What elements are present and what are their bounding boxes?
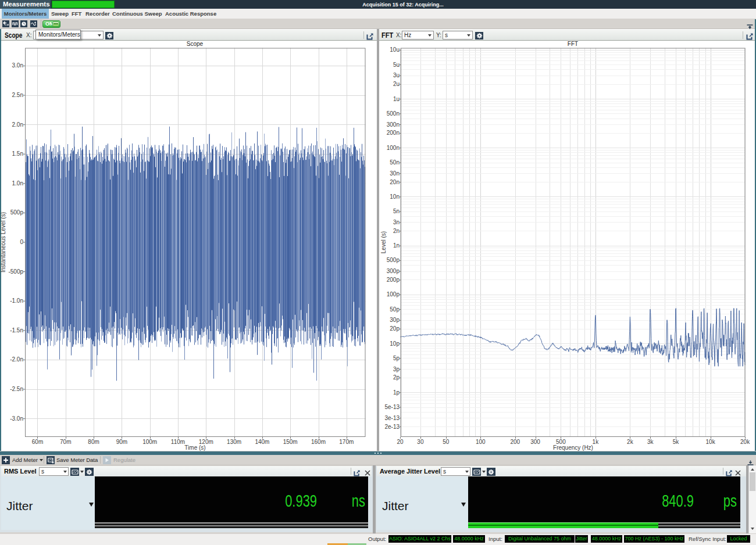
svg-text:FFT: FFT	[568, 41, 578, 47]
svg-text:3k: 3k	[647, 439, 654, 445]
svg-text:60m: 60m	[32, 439, 43, 445]
svg-text:20n: 20n	[390, 179, 400, 185]
svg-text:1u: 1u	[393, 96, 400, 102]
svg-text:2n: 2n	[393, 228, 400, 234]
svg-text:Time (s): Time (s)	[184, 444, 205, 451]
svg-text:10p: 10p	[390, 340, 400, 347]
svg-text:130m: 130m	[227, 439, 241, 445]
svg-text:20: 20	[397, 439, 404, 445]
svg-text:-2.0n: -2.0n	[10, 356, 23, 363]
svg-text:10n: 10n	[390, 193, 400, 200]
svg-text:300: 300	[530, 439, 540, 445]
svg-text:200: 200	[510, 439, 520, 445]
svg-text:5p: 5p	[393, 355, 400, 361]
svg-text:50: 50	[443, 439, 450, 445]
svg-text:30p: 30p	[390, 317, 400, 323]
svg-text:10u: 10u	[390, 46, 400, 53]
svg-text:-1.0n: -1.0n	[10, 297, 23, 304]
svg-text:300n: 300n	[387, 121, 400, 128]
svg-text:50n: 50n	[390, 159, 400, 166]
svg-text:30n: 30n	[390, 170, 400, 177]
svg-text:100n: 100n	[387, 145, 400, 151]
svg-text:Scope: Scope	[187, 41, 204, 47]
svg-text:70m: 70m	[60, 439, 71, 445]
svg-text:100: 100	[476, 439, 486, 445]
svg-text:5e-13: 5e-13	[384, 404, 400, 410]
svg-text:0: 0	[20, 239, 23, 245]
svg-text:170m: 170m	[339, 439, 354, 445]
svg-text:5u: 5u	[393, 62, 400, 68]
svg-text:50p: 50p	[390, 306, 400, 313]
svg-text:1n: 1n	[393, 242, 400, 249]
svg-text:5k: 5k	[673, 439, 680, 445]
svg-text:2e-13: 2e-13	[384, 424, 400, 430]
svg-text:500n: 500n	[387, 110, 400, 117]
svg-text:80m: 80m	[88, 439, 99, 445]
svg-text:-2.5n: -2.5n	[10, 386, 23, 392]
svg-text:20p: 20p	[390, 325, 400, 332]
svg-text:2p: 2p	[393, 374, 400, 381]
svg-text:20k: 20k	[740, 439, 750, 445]
svg-text:300p: 300p	[387, 268, 400, 274]
svg-text:5n: 5n	[393, 208, 400, 214]
svg-text:3e-13: 3e-13	[384, 415, 400, 421]
svg-text:500p: 500p	[387, 257, 400, 263]
svg-text:30: 30	[417, 439, 424, 445]
svg-text:3n: 3n	[393, 219, 400, 225]
svg-text:3p: 3p	[393, 366, 400, 372]
svg-text:1.0n: 1.0n	[12, 180, 23, 187]
svg-text:3.0n: 3.0n	[12, 62, 23, 69]
svg-text:200p: 200p	[387, 277, 400, 283]
svg-text:90m: 90m	[116, 439, 127, 445]
svg-text:-3.0n: -3.0n	[10, 415, 23, 422]
svg-text:2.5n: 2.5n	[12, 92, 23, 98]
svg-text:Instantaneous Level (s): Instantaneous Level (s)	[0, 212, 6, 272]
svg-text:500p: 500p	[10, 209, 24, 216]
svg-text:100p: 100p	[387, 291, 400, 297]
svg-text:-1.5n: -1.5n	[10, 327, 23, 334]
svg-text:Level (s): Level (s)	[380, 231, 387, 253]
svg-text:140m: 140m	[255, 439, 269, 445]
svg-text:200n: 200n	[387, 130, 400, 136]
svg-text:1p: 1p	[393, 389, 400, 396]
svg-text:-500p: -500p	[8, 268, 23, 275]
svg-text:160m: 160m	[311, 439, 326, 445]
svg-text:3u: 3u	[393, 72, 400, 78]
svg-text:Frequency (Hz): Frequency (Hz)	[553, 444, 593, 451]
svg-text:150m: 150m	[283, 439, 298, 445]
svg-text:2k: 2k	[627, 439, 634, 445]
svg-text:100m: 100m	[142, 439, 157, 445]
svg-text:2.0n: 2.0n	[12, 121, 23, 128]
svg-text:2u: 2u	[393, 81, 400, 87]
svg-text:10k: 10k	[706, 439, 716, 445]
svg-text:1k: 1k	[593, 439, 600, 445]
svg-text:1.5n: 1.5n	[12, 150, 23, 157]
svg-text:110m: 110m	[171, 439, 185, 445]
